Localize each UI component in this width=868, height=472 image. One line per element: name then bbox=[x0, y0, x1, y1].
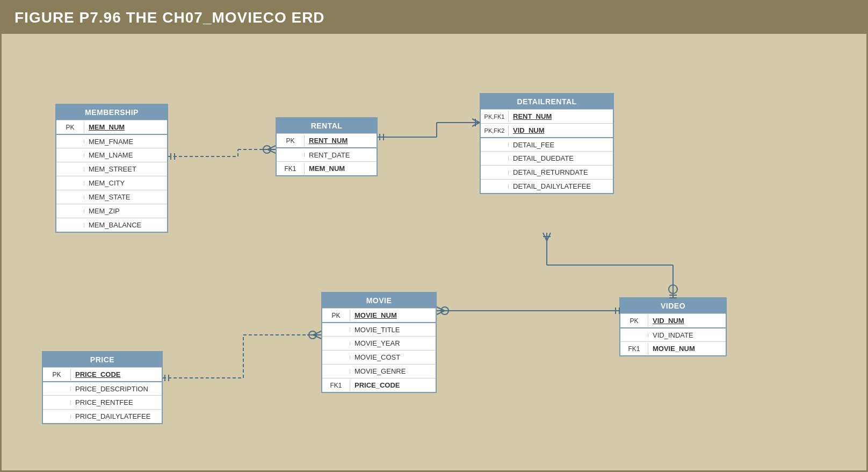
key-cell: PK,FK2 bbox=[481, 125, 509, 136]
key-cell bbox=[43, 401, 71, 405]
field-cell: PRICE_CODE bbox=[350, 379, 436, 391]
membership-header: MEMBERSHIP bbox=[56, 105, 167, 120]
field-cell: RENT_DATE bbox=[305, 149, 377, 161]
price-table: PRICE PK PRICE_CODE PRICE_DESCRIPTION PR… bbox=[42, 351, 163, 424]
table-row: PRICE_DAILYLATEFEE bbox=[43, 409, 162, 423]
key-cell: PK bbox=[620, 315, 648, 327]
rental-body: PK RENT_NUM RENT_DATE FK1 MEM_NUM bbox=[277, 133, 377, 175]
field-cell: MEM_ZIP bbox=[84, 205, 167, 217]
table-row: PRICE_DESCRIPTION bbox=[43, 381, 162, 395]
table-row: MOVIE_COST bbox=[322, 350, 436, 364]
key-cell: FK1 bbox=[322, 380, 350, 391]
table-row: RENT_DATE bbox=[277, 147, 377, 161]
field-cell: MEM_CITY bbox=[84, 177, 167, 189]
field-cell: MOVIE_NUM bbox=[350, 309, 436, 321]
video-body: PK VID_NUM VID_INDATE FK1 MOVIE_NUM bbox=[620, 313, 726, 355]
field-cell: MEM_BALANCE bbox=[84, 219, 167, 231]
detailrental-table: DETAILRENTAL PK,FK1 RENT_NUM PK,FK2 VID_… bbox=[480, 93, 614, 194]
cfpm3 bbox=[313, 335, 321, 339]
key-cell bbox=[481, 156, 509, 161]
key-cell: PK bbox=[322, 310, 350, 321]
table-row: PK,FK2 VID_NUM bbox=[481, 123, 613, 137]
table-row: VID_INDATE bbox=[620, 327, 726, 341]
rental-header: RENTAL bbox=[277, 118, 377, 133]
key-cell: FK1 bbox=[620, 343, 648, 355]
field-cell: DETAIL_RETURNDATE bbox=[509, 166, 613, 178]
rental-table: RENTAL PK RENT_NUM RENT_DATE FK1 MEM_NUM bbox=[276, 117, 378, 176]
field-cell: MOVIE_NUM bbox=[648, 342, 726, 355]
table-row: DETAIL_DAILYLATEFEE bbox=[481, 179, 613, 193]
table-row: MOVIE_TITLE bbox=[322, 322, 436, 336]
key-cell bbox=[277, 153, 305, 157]
page-title: FIGURE P7.96 THE CH07_MOVIECO ERD bbox=[15, 9, 325, 26]
key-cell bbox=[56, 167, 84, 171]
key-cell bbox=[481, 170, 509, 175]
membership-table: MEMBERSHIP PK MEM_NUM MEM_FNAME MEM_LNAM… bbox=[55, 104, 168, 233]
table-row: MEM_BALANCE bbox=[56, 218, 167, 232]
key-cell bbox=[56, 139, 84, 144]
table-row: DETAIL_FEE bbox=[481, 137, 613, 151]
table-row: PK,FK1 RENT_NUM bbox=[481, 109, 613, 123]
table-row: MEM_STATE bbox=[56, 190, 167, 204]
table-row: FK1 MOVIE_NUM bbox=[620, 341, 726, 355]
key-cell: PK bbox=[277, 135, 305, 147]
page-wrapper: FIGURE P7.96 THE CH07_MOVIECO ERD MEMBER… bbox=[0, 0, 868, 472]
field-cell: VID_NUM bbox=[509, 124, 613, 137]
table-row: PK MOVIE_NUM bbox=[322, 308, 436, 322]
field-cell: MEM_STATE bbox=[84, 191, 167, 203]
table-row: PK VID_NUM bbox=[620, 313, 726, 327]
key-cell bbox=[322, 369, 350, 374]
key-cell bbox=[322, 327, 350, 332]
field-cell: MEM_NUM bbox=[305, 162, 377, 175]
movie-body: PK MOVIE_NUM MOVIE_TITLE MOVIE_YEAR MOVI… bbox=[322, 308, 436, 392]
key-cell bbox=[43, 414, 71, 419]
membership-body: PK MEM_NUM MEM_FNAME MEM_LNAME MEM_STREE… bbox=[56, 120, 167, 232]
diagram-area: MEMBERSHIP PK MEM_NUM MEM_FNAME MEM_LNAM… bbox=[2, 34, 866, 465]
field-cell: MOVIE_TITLE bbox=[350, 324, 436, 336]
key-cell: FK1 bbox=[277, 163, 305, 175]
cfv3 bbox=[547, 233, 551, 241]
table-row: MEM_FNAME bbox=[56, 134, 167, 148]
field-cell: DETAIL_FEE bbox=[509, 139, 613, 151]
field-cell: PRICE_DESCRIPTION bbox=[71, 383, 162, 395]
table-row: PK MEM_NUM bbox=[56, 120, 167, 134]
field-cell: MEM_STREET bbox=[84, 163, 167, 175]
circle2 bbox=[669, 285, 677, 294]
table-row: FK1 MEM_NUM bbox=[277, 161, 377, 175]
field-cell: VID_INDATE bbox=[648, 329, 726, 341]
price-body: PK PRICE_CODE PRICE_DESCRIPTION PRICE_RE… bbox=[43, 367, 162, 423]
cfm3 bbox=[437, 311, 445, 314]
movie-table: MOVIE PK MOVIE_NUM MOVIE_TITLE MOVIE_YEA… bbox=[321, 292, 437, 393]
field-cell: PRICE_RENTFEE bbox=[71, 396, 162, 409]
video-header: VIDEO bbox=[620, 298, 726, 313]
field-cell: PRICE_DAILYLATEFEE bbox=[71, 410, 162, 423]
movie-header: MOVIE bbox=[322, 293, 436, 308]
table-row: MEM_LNAME bbox=[56, 148, 167, 162]
key-cell bbox=[481, 184, 509, 189]
key-cell bbox=[56, 181, 84, 185]
cfm1 bbox=[437, 307, 445, 311]
cfv1 bbox=[543, 233, 547, 241]
key-cell: PK,FK1 bbox=[481, 111, 509, 122]
table-row: PK PRICE_CODE bbox=[43, 367, 162, 381]
circle4 bbox=[309, 331, 316, 339]
cf1 bbox=[267, 146, 276, 149]
key-cell bbox=[56, 209, 84, 213]
field-cell: MOVIE_YEAR bbox=[350, 337, 436, 349]
video-table: VIDEO PK VID_NUM VID_INDATE FK1 MOVIE_NU… bbox=[619, 297, 727, 356]
table-row: PK RENT_NUM bbox=[277, 133, 377, 147]
cfdr3 bbox=[472, 123, 480, 126]
field-cell: MEM_FNAME bbox=[84, 135, 167, 148]
field-cell: RENT_NUM bbox=[305, 134, 377, 147]
cfpm1 bbox=[313, 331, 321, 335]
field-cell: MOVIE_COST bbox=[350, 351, 436, 363]
price-header: PRICE bbox=[43, 352, 162, 367]
detailrental-header: DETAILRENTAL bbox=[481, 94, 613, 109]
circle1 bbox=[263, 146, 271, 153]
key-cell bbox=[481, 142, 509, 147]
key-cell bbox=[56, 195, 84, 199]
table-row: MEM_STREET bbox=[56, 162, 167, 176]
circle3 bbox=[441, 307, 449, 314]
table-row: PRICE_RENTFEE bbox=[43, 395, 162, 409]
key-cell bbox=[322, 341, 350, 346]
